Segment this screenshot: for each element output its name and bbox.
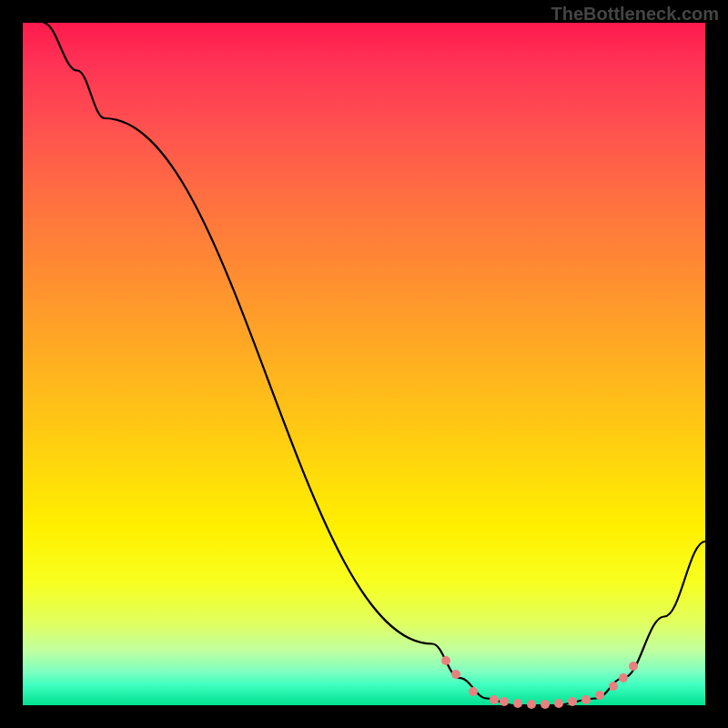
highlight-dot — [595, 691, 604, 700]
highlight-dot — [490, 695, 499, 704]
highlight-dot — [451, 670, 460, 679]
highlight-dot — [629, 662, 638, 671]
highlight-dot — [609, 682, 618, 691]
highlight-dot — [469, 687, 478, 696]
highlight-dot — [527, 700, 536, 709]
watermark-text: TheBottleneck.com — [551, 4, 719, 25]
highlight-dot — [500, 697, 509, 706]
highlight-dot — [441, 656, 450, 665]
highlight-dot — [568, 697, 577, 706]
highlight-dot — [554, 699, 563, 708]
highlight-dot — [513, 699, 522, 708]
highlight-dot — [581, 695, 591, 704]
chart-curve — [23, 23, 705, 705]
highlight-dot — [541, 700, 550, 709]
highlight-dot — [619, 673, 628, 682]
chart-plot-area — [23, 23, 705, 705]
